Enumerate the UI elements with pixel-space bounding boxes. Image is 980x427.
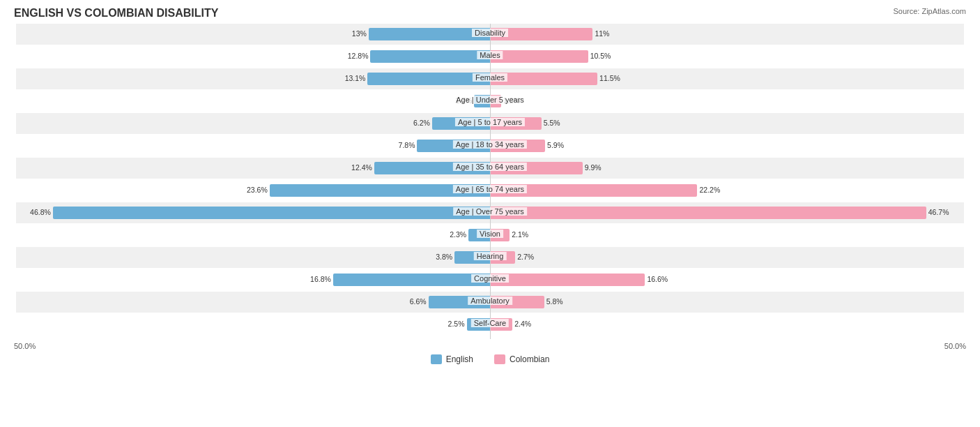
value-english: 16.8% xyxy=(310,275,331,283)
value-colombian: 9.9% xyxy=(585,163,602,172)
bar-label: Self-Care xyxy=(471,319,509,327)
value-colombian: 11% xyxy=(595,29,609,38)
value-english: 12.4% xyxy=(351,163,372,172)
legend-english-box xyxy=(431,354,442,364)
bar-label: Females xyxy=(473,73,507,82)
value-english: 2.3% xyxy=(450,230,466,239)
value-english: 46.8% xyxy=(30,208,51,216)
bar-label: Males xyxy=(477,51,503,59)
chart-area: Disability13%11%Males12.8%10.5%Females13… xyxy=(16,24,964,339)
value-colombian: 5.5% xyxy=(544,119,560,127)
bar-label: Age | Over 75 years xyxy=(453,207,527,216)
value-english: 3.8% xyxy=(436,253,452,261)
x-axis-left: 50.0% xyxy=(14,342,36,350)
value-colombian: 16.6% xyxy=(647,275,668,283)
value-english: 13.1% xyxy=(345,74,366,82)
value-colombian: 22.2% xyxy=(699,186,720,194)
bar-label: Age | Under 5 years xyxy=(453,96,527,104)
value-english: 13% xyxy=(352,29,367,38)
bar-colombian xyxy=(490,50,588,63)
bar-label: Age | 18 to 34 years xyxy=(453,140,527,149)
bar-label: Ambulatory xyxy=(468,297,512,305)
value-english: 12.8% xyxy=(348,52,369,60)
value-colombian: 11.5% xyxy=(599,74,620,82)
bar-label: Vision xyxy=(477,230,503,238)
legend-colombian-box xyxy=(494,354,505,364)
value-colombian: 10.5% xyxy=(590,52,611,60)
value-colombian: 2.1% xyxy=(512,230,528,239)
bar-colombian xyxy=(490,274,645,286)
value-english: 23.6% xyxy=(247,186,268,194)
source-label: Source: ZipAtlas.com xyxy=(893,7,966,15)
bar-label: Cognitive xyxy=(471,274,509,283)
legend-english: English xyxy=(431,354,473,364)
legend-colombian-label: Colombian xyxy=(510,354,549,364)
x-axis-right: 50.0% xyxy=(944,342,966,350)
bar-label: Hearing xyxy=(474,252,507,260)
chart-title: ENGLISH VS COLOMBIAN DISABILITY xyxy=(14,7,966,20)
legend-english-label: English xyxy=(446,354,473,364)
value-colombian: 46.7% xyxy=(928,208,949,216)
legend: English Colombian xyxy=(14,354,966,364)
value-english: 2.5% xyxy=(448,320,465,328)
axis-line xyxy=(490,24,491,339)
value-english: 6.2% xyxy=(413,119,430,127)
bar-english xyxy=(370,50,490,63)
bar-label: Age | 65 to 74 years xyxy=(453,185,527,193)
value-colombian: 5.9% xyxy=(547,141,564,149)
bar-label: Age | 35 to 64 years xyxy=(453,163,527,171)
value-colombian: 2.7% xyxy=(517,253,534,261)
bar-english xyxy=(53,207,490,219)
x-axis: 50.0% 50.0% xyxy=(14,339,966,350)
bar-english xyxy=(333,274,490,286)
value-english: 6.6% xyxy=(410,297,427,306)
bar-label: Disability xyxy=(472,29,508,37)
chart-container: ENGLISH VS COLOMBIAN DISABILITY Source: … xyxy=(0,0,980,427)
legend-colombian: Colombian xyxy=(494,354,549,364)
bar-label: Age | 5 to 17 years xyxy=(455,118,525,126)
bar-english xyxy=(367,73,490,85)
value-colombian: 2.4% xyxy=(514,320,531,328)
value-english: 7.8% xyxy=(399,141,415,149)
value-colombian: 5.8% xyxy=(546,297,563,306)
bar-colombian xyxy=(490,207,926,219)
